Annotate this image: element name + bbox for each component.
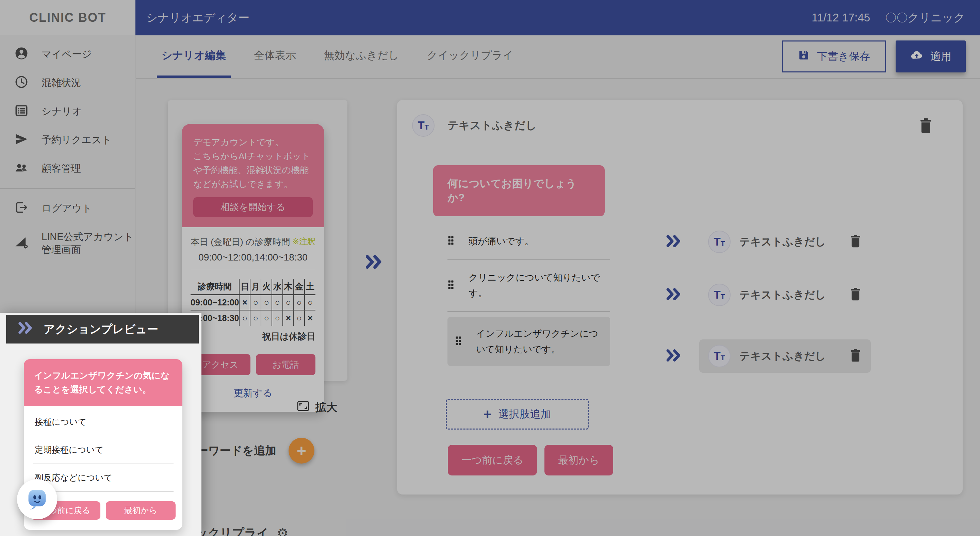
chevron-double-icon (18, 321, 33, 338)
preview-option[interactable]: 副反応などについて (33, 464, 173, 492)
action-preview-header[interactable]: アクションプレビュー (6, 315, 199, 344)
preview-option[interactable]: 接種について (33, 408, 173, 436)
preview-restart-button[interactable]: 最初から (106, 501, 176, 520)
chatbot-mascot-icon[interactable] (17, 479, 57, 519)
action-preview-title: アクションプレビュー (43, 322, 158, 337)
action-preview-drawer: アクションプレビュー インフルエンザワクチンの気になることを選択してください。 … (0, 313, 202, 536)
preview-question-bubble: インフルエンザワクチンの気になることを選択してください。 (24, 359, 182, 406)
preview-option[interactable]: 定期接種について (33, 436, 173, 464)
preview-options-list: 接種について 定期接種について 副反応などについて (24, 406, 182, 492)
